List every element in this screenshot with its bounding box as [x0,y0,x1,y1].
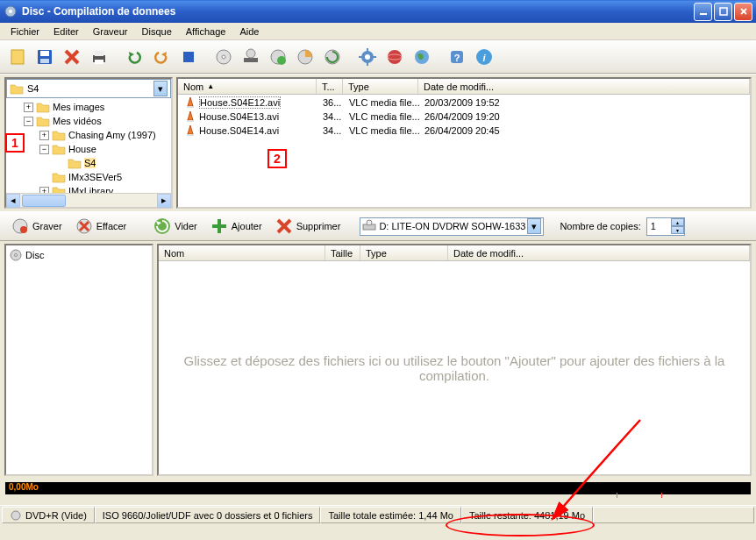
capacity-bar: 0,00Mo [5,482,751,494]
col-date[interactable]: Date de modifi... [448,245,750,260]
expander-icon[interactable]: + [24,103,33,112]
new-button[interactable] [5,45,30,69]
erase-button[interactable]: Effacer [71,215,131,238]
save-button[interactable] [32,45,57,69]
status-filesystem: ISO 9660/Joliet/UDF avec 0 dossiers et 0… [95,507,321,523]
tree-scrollbar[interactable]: ◂ ▸ [6,193,171,207]
delete-button[interactable] [60,45,84,69]
menu-disque[interactable]: Disque [135,25,179,39]
print-button[interactable] [87,45,111,69]
drive-icon [362,219,376,233]
maximize-button[interactable] [714,3,732,21]
disc-icon [10,509,22,522]
undo-button[interactable] [122,45,146,69]
drive-select[interactable]: D: LITE-ON DVDRW SOHW-1633 ▾ [360,217,544,236]
file-list-header: Nom ▲ T... Type Date de modifi... [178,79,750,95]
spin-down-icon[interactable]: ▾ [671,226,684,234]
vlc-icon [184,110,196,123]
info-button[interactable]: i [472,45,496,69]
tree-node[interactable]: +Mes images [8,100,169,114]
globe-green-button[interactable] [410,45,434,69]
col-type[interactable]: Type [343,79,418,94]
menu-editer[interactable]: Editer [46,25,86,39]
add-button[interactable]: Ajouter [206,215,266,238]
svg-rect-9 [40,59,49,63]
tree-node[interactable]: −House [8,142,169,156]
svg-rect-38 [187,120,194,122]
minimize-button[interactable] [694,3,712,21]
expander-icon[interactable]: − [39,145,49,154]
folder-icon [52,185,66,193]
svg-point-17 [222,55,225,59]
disc-icon [9,248,23,262]
status-total: Taille totale estimée: 1,44 Mo [320,507,460,523]
tree-node[interactable]: +Chasing Amy (1997) [8,128,169,142]
menu-graveur[interactable]: Graveur [86,25,135,39]
menubar: Fichier Editer Graveur Disque Affichage … [0,23,756,40]
globe-red-button[interactable] [382,45,407,69]
scroll-right-icon[interactable]: ▸ [157,194,171,208]
tree-node[interactable]: +IMxLibrary [8,184,169,193]
tree-node[interactable]: S4 [8,156,169,170]
svg-point-1 [9,10,12,13]
menu-aide[interactable]: Aide [232,25,266,39]
folder-icon [36,101,50,113]
empty-button[interactable]: Vider [149,215,200,238]
help-button[interactable]: ? [445,45,469,69]
file-list-body[interactable]: House.S04E12.avi36...VLC media file...20… [178,95,750,207]
file-row[interactable]: House.S04E14.avi34...VLC media file...26… [179,124,749,138]
disc-refresh-button[interactable] [320,45,345,69]
col-size[interactable]: T... [317,79,343,94]
folder-combo[interactable]: S4 ▾ [6,79,171,98]
spin-up-icon[interactable]: ▴ [671,218,684,226]
burn-button[interactable]: Graver [7,215,66,238]
svg-point-41 [20,226,27,233]
svg-rect-2 [700,13,707,15]
col-size[interactable]: Taille [325,245,360,260]
menu-fichier[interactable]: Fichier [4,25,46,39]
drop-hint[interactable]: Glissez et déposez des fichiers ici ou u… [159,261,750,474]
eject-button[interactable] [239,45,263,69]
menu-affichage[interactable]: Affichage [179,25,233,39]
main-toolbar: ? i [0,40,756,74]
close-button[interactable] [734,3,752,21]
redo-button[interactable] [149,45,174,69]
tree-node[interactable]: −Mes vidéos [8,114,169,128]
file-row[interactable]: House.S04E12.avi36...VLC media file...20… [179,96,749,110]
vlc-icon [184,124,196,137]
expander-icon[interactable]: + [39,187,49,194]
expander-icon[interactable]: + [39,131,49,140]
stop-button[interactable] [176,45,201,69]
tree-node[interactable]: IMx3SEVer5 [8,170,169,184]
svg-point-51 [367,220,372,225]
folder-icon [52,129,66,141]
col-name[interactable]: Nom [159,245,325,260]
svg-rect-3 [720,8,727,15]
tree-label: IMx3SEVer5 [68,172,122,182]
svg-text:?: ? [454,53,460,63]
dropdown-arrow-icon[interactable]: ▾ [153,81,168,96]
col-type[interactable]: Type [360,245,448,260]
file-row[interactable]: House.S04E13.avi34...VLC media file...26… [179,110,749,124]
compilation-tree[interactable]: Disc [4,244,153,476]
burn-icon [11,217,30,236]
dropdown-arrow-icon[interactable]: ▾ [527,218,541,234]
disc-green-button[interactable] [266,45,290,69]
disc-root-node[interactable]: Disc [8,247,150,263]
disc-orange-button[interactable] [293,45,317,69]
svg-point-53 [15,254,18,257]
remove-button[interactable]: Supprimer [271,215,345,238]
settings-button[interactable] [355,45,380,69]
scroll-thumb[interactable] [22,195,66,207]
folder-tree[interactable]: +Mes images−Mes vidéos+Chasing Amy (1997… [6,98,171,193]
copies-input[interactable]: 1 ▴▾ [646,217,685,236]
svg-rect-6 [11,50,24,64]
svg-point-30 [388,50,402,64]
scroll-left-icon[interactable]: ◂ [6,194,20,208]
status-remaining: Taille restante: 4481,19 Mo [461,507,593,523]
col-name[interactable]: Nom ▲ [178,79,317,94]
disc-button[interactable] [211,45,236,69]
svg-rect-47 [212,224,226,228]
expander-icon[interactable]: − [24,117,33,126]
col-date[interactable]: Date de modifi... [418,79,750,94]
